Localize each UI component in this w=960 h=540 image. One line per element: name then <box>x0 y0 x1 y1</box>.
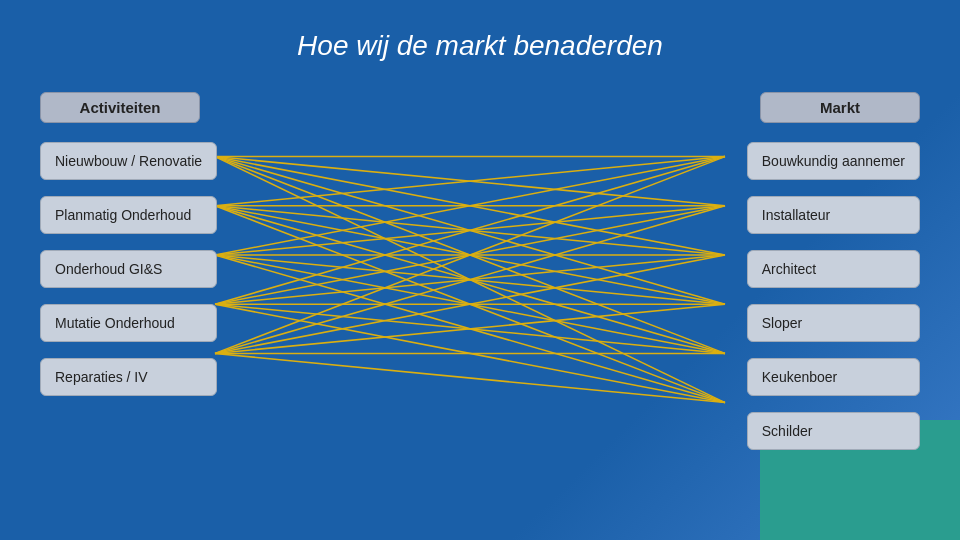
activity-item-4: Reparaties / IV <box>40 358 217 396</box>
svg-line-26 <box>215 255 725 353</box>
svg-line-22 <box>215 304 725 353</box>
svg-line-20 <box>215 255 725 304</box>
markets-column: Bouwkundig aannemer Installateur Archite… <box>747 142 920 458</box>
svg-line-19 <box>215 206 725 304</box>
slide: Hoe wij de markt benaderden Activiteiten… <box>0 0 960 540</box>
svg-line-10 <box>215 206 725 354</box>
svg-line-12 <box>215 157 725 255</box>
svg-line-1 <box>215 157 725 206</box>
svg-line-15 <box>215 255 725 304</box>
svg-line-6 <box>215 157 725 206</box>
activity-item-3: Mutatie Onderhoud <box>40 304 217 342</box>
svg-line-17 <box>215 255 725 403</box>
activities-column: Nieuwbouw / Renovatie Planmatig Onderhou… <box>40 142 217 404</box>
market-item-2: Architect <box>747 250 920 288</box>
svg-line-9 <box>215 206 725 304</box>
activity-item-0: Nieuwbouw / Renovatie <box>40 142 217 180</box>
svg-line-29 <box>215 353 725 402</box>
diagram-area: Activiteiten Markt Nieuwbouw / Renovatie… <box>40 92 920 540</box>
header-row: Activiteiten Markt <box>40 92 920 133</box>
market-item-3: Sloper <box>747 304 920 342</box>
activity-item-1: Planmatig Onderhoud <box>40 196 217 234</box>
svg-line-2 <box>215 157 725 255</box>
svg-line-3 <box>215 157 725 305</box>
svg-line-11 <box>215 206 725 403</box>
svg-line-24 <box>215 157 725 354</box>
market-item-0: Bouwkundig aannemer <box>747 142 920 180</box>
slide-title: Hoe wij de markt benaderden <box>40 30 920 62</box>
svg-line-23 <box>215 304 725 402</box>
svg-line-27 <box>215 304 725 353</box>
activity-item-2: Onderhoud GI&S <box>40 250 217 288</box>
svg-line-18 <box>215 157 725 305</box>
svg-line-25 <box>215 206 725 354</box>
market-item-4: Keukenboer <box>747 358 920 396</box>
svg-line-16 <box>215 255 725 353</box>
svg-line-8 <box>215 206 725 255</box>
market-item-5: Schilder <box>747 412 920 450</box>
right-header: Markt <box>760 92 920 123</box>
market-item-1: Installateur <box>747 196 920 234</box>
svg-line-5 <box>215 157 725 403</box>
left-header: Activiteiten <box>40 92 200 123</box>
svg-line-4 <box>215 157 725 354</box>
svg-line-13 <box>215 206 725 255</box>
